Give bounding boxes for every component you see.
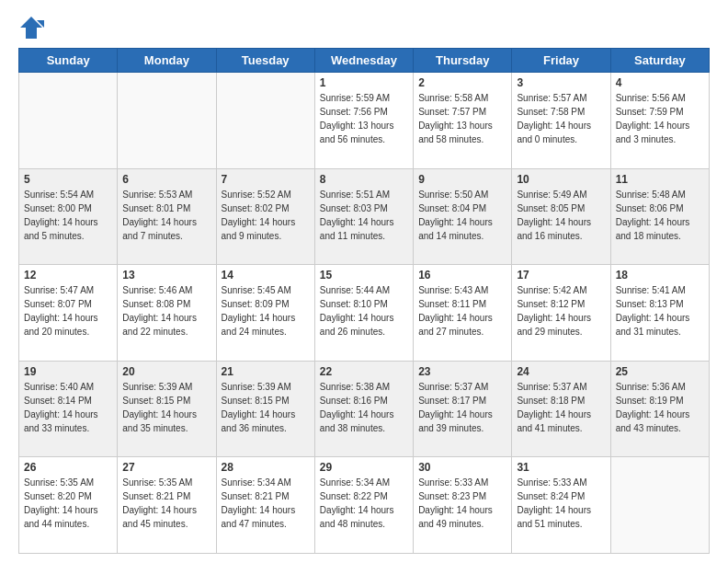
day-info: Sunrise: 5:49 AMSunset: 8:05 PMDaylight:… — [517, 188, 605, 243]
day-number: 5 — [24, 173, 112, 186]
day-info: Sunrise: 5:37 AMSunset: 8:17 PMDaylight:… — [418, 380, 506, 435]
calendar-cell: 10Sunrise: 5:49 AMSunset: 8:05 PMDayligh… — [512, 168, 610, 265]
day-header-saturday: Saturday — [610, 49, 709, 73]
calendar-cell — [610, 457, 709, 554]
day-info: Sunrise: 5:34 AMSunset: 8:22 PMDaylight:… — [320, 476, 408, 531]
day-info: Sunrise: 5:50 AMSunset: 8:04 PMDaylight:… — [418, 188, 506, 243]
day-header-thursday: Thursday — [414, 49, 512, 73]
calendar-cell: 4Sunrise: 5:56 AMSunset: 7:59 PMDaylight… — [610, 73, 709, 169]
day-number: 2 — [418, 76, 506, 89]
calendar-cell: 12Sunrise: 5:47 AMSunset: 8:07 PMDayligh… — [19, 265, 118, 362]
day-number: 9 — [418, 173, 506, 186]
day-number: 6 — [122, 173, 210, 186]
calendar-cell: 11Sunrise: 5:48 AMSunset: 8:06 PMDayligh… — [610, 168, 709, 265]
calendar-cell — [216, 73, 314, 169]
day-number: 19 — [24, 365, 112, 378]
day-number: 8 — [320, 173, 408, 186]
day-info: Sunrise: 5:58 AMSunset: 7:57 PMDaylight:… — [418, 91, 506, 146]
calendar-cell: 9Sunrise: 5:50 AMSunset: 8:04 PMDaylight… — [414, 168, 512, 265]
calendar-body: 1Sunrise: 5:59 AMSunset: 7:56 PMDaylight… — [19, 73, 710, 554]
calendar-cell: 16Sunrise: 5:43 AMSunset: 8:11 PMDayligh… — [414, 265, 512, 362]
day-info: Sunrise: 5:38 AMSunset: 8:16 PMDaylight:… — [320, 380, 408, 435]
day-info: Sunrise: 5:40 AMSunset: 8:14 PMDaylight:… — [24, 380, 112, 435]
day-number: 31 — [517, 461, 605, 474]
week-row-2: 12Sunrise: 5:47 AMSunset: 8:07 PMDayligh… — [19, 265, 710, 362]
day-number: 27 — [122, 461, 210, 474]
day-info: Sunrise: 5:45 AMSunset: 8:09 PMDaylight:… — [222, 283, 310, 339]
calendar-cell: 18Sunrise: 5:41 AMSunset: 8:13 PMDayligh… — [610, 265, 709, 362]
day-number: 25 — [616, 365, 704, 378]
day-info: Sunrise: 5:53 AMSunset: 8:01 PMDaylight:… — [122, 188, 210, 243]
calendar-cell: 27Sunrise: 5:35 AMSunset: 8:21 PMDayligh… — [118, 457, 216, 554]
day-info: Sunrise: 5:51 AMSunset: 8:03 PMDaylight:… — [320, 188, 408, 243]
calendar-cell: 24Sunrise: 5:37 AMSunset: 8:18 PMDayligh… — [512, 361, 610, 457]
calendar-cell: 31Sunrise: 5:33 AMSunset: 8:24 PMDayligh… — [512, 457, 610, 554]
day-info: Sunrise: 5:57 AMSunset: 7:58 PMDaylight:… — [517, 91, 605, 146]
day-info: Sunrise: 5:43 AMSunset: 8:11 PMDaylight:… — [418, 283, 506, 339]
day-info: Sunrise: 5:35 AMSunset: 8:20 PMDaylight:… — [24, 476, 112, 531]
calendar-cell: 30Sunrise: 5:33 AMSunset: 8:23 PMDayligh… — [414, 457, 512, 554]
week-row-4: 26Sunrise: 5:35 AMSunset: 8:20 PMDayligh… — [19, 457, 710, 554]
day-info: Sunrise: 5:52 AMSunset: 8:02 PMDaylight:… — [222, 188, 310, 243]
day-info: Sunrise: 5:42 AMSunset: 8:12 PMDaylight:… — [517, 283, 605, 339]
day-header-tuesday: Tuesday — [216, 49, 314, 73]
day-info: Sunrise: 5:47 AMSunset: 8:07 PMDaylight:… — [24, 283, 112, 339]
calendar-cell: 15Sunrise: 5:44 AMSunset: 8:10 PMDayligh… — [314, 265, 413, 362]
logo-icon — [18, 15, 44, 40]
day-number: 20 — [122, 365, 210, 378]
day-number: 26 — [24, 461, 112, 474]
day-header-wednesday: Wednesday — [314, 49, 413, 73]
day-info: Sunrise: 5:46 AMSunset: 8:08 PMDaylight:… — [122, 283, 210, 339]
calendar-header-row: SundayMondayTuesdayWednesdayThursdayFrid… — [19, 49, 710, 73]
day-number: 15 — [320, 269, 408, 282]
calendar-cell: 8Sunrise: 5:51 AMSunset: 8:03 PMDaylight… — [314, 168, 413, 265]
day-number: 10 — [517, 173, 605, 186]
week-row-3: 19Sunrise: 5:40 AMSunset: 8:14 PMDayligh… — [19, 361, 710, 457]
day-number: 22 — [320, 365, 408, 378]
day-number: 11 — [616, 173, 704, 186]
day-info: Sunrise: 5:41 AMSunset: 8:13 PMDaylight:… — [616, 283, 704, 339]
calendar-cell: 3Sunrise: 5:57 AMSunset: 7:58 PMDaylight… — [512, 73, 610, 169]
calendar-cell: 1Sunrise: 5:59 AMSunset: 7:56 PMDaylight… — [314, 73, 413, 169]
day-info: Sunrise: 5:35 AMSunset: 8:21 PMDaylight:… — [122, 476, 210, 531]
day-info: Sunrise: 5:39 AMSunset: 8:15 PMDaylight:… — [122, 380, 210, 435]
day-info: Sunrise: 5:39 AMSunset: 8:15 PMDaylight:… — [222, 380, 310, 435]
day-info: Sunrise: 5:36 AMSunset: 8:19 PMDaylight:… — [616, 380, 704, 435]
day-number: 17 — [517, 269, 605, 282]
header — [18, 15, 710, 40]
day-info: Sunrise: 5:34 AMSunset: 8:21 PMDaylight:… — [222, 476, 310, 531]
day-number: 1 — [320, 76, 408, 89]
calendar-cell — [118, 73, 216, 169]
page: SundayMondayTuesdayWednesdayThursdayFrid… — [0, 0, 728, 563]
day-number: 4 — [616, 76, 704, 89]
day-info: Sunrise: 5:33 AMSunset: 8:24 PMDaylight:… — [517, 476, 605, 531]
day-info: Sunrise: 5:33 AMSunset: 8:23 PMDaylight:… — [418, 476, 506, 531]
calendar-cell: 5Sunrise: 5:54 AMSunset: 8:00 PMDaylight… — [19, 168, 118, 265]
calendar-cell: 22Sunrise: 5:38 AMSunset: 8:16 PMDayligh… — [314, 361, 413, 457]
day-info: Sunrise: 5:48 AMSunset: 8:06 PMDaylight:… — [616, 188, 704, 243]
day-number: 30 — [418, 461, 506, 474]
day-header-monday: Monday — [118, 49, 216, 73]
calendar-cell: 2Sunrise: 5:58 AMSunset: 7:57 PMDaylight… — [414, 73, 512, 169]
week-row-1: 5Sunrise: 5:54 AMSunset: 8:00 PMDaylight… — [19, 168, 710, 265]
day-number: 14 — [222, 269, 310, 282]
day-info: Sunrise: 5:54 AMSunset: 8:00 PMDaylight:… — [24, 188, 112, 243]
day-number: 3 — [517, 76, 605, 89]
day-header-friday: Friday — [512, 49, 610, 73]
calendar-cell — [19, 73, 118, 169]
day-info: Sunrise: 5:59 AMSunset: 7:56 PMDaylight:… — [320, 91, 408, 146]
calendar-cell: 23Sunrise: 5:37 AMSunset: 8:17 PMDayligh… — [414, 361, 512, 457]
day-number: 13 — [122, 269, 210, 282]
day-number: 16 — [418, 269, 506, 282]
calendar-cell: 19Sunrise: 5:40 AMSunset: 8:14 PMDayligh… — [19, 361, 118, 457]
day-number: 24 — [517, 365, 605, 378]
calendar-cell: 28Sunrise: 5:34 AMSunset: 8:21 PMDayligh… — [216, 457, 314, 554]
week-row-0: 1Sunrise: 5:59 AMSunset: 7:56 PMDaylight… — [19, 73, 710, 169]
calendar-cell: 29Sunrise: 5:34 AMSunset: 8:22 PMDayligh… — [314, 457, 413, 554]
day-number: 28 — [222, 461, 310, 474]
day-number: 23 — [418, 365, 506, 378]
calendar-cell: 26Sunrise: 5:35 AMSunset: 8:20 PMDayligh… — [19, 457, 118, 554]
calendar-cell: 14Sunrise: 5:45 AMSunset: 8:09 PMDayligh… — [216, 265, 314, 362]
calendar-cell: 6Sunrise: 5:53 AMSunset: 8:01 PMDaylight… — [118, 168, 216, 265]
calendar-cell: 7Sunrise: 5:52 AMSunset: 8:02 PMDaylight… — [216, 168, 314, 265]
